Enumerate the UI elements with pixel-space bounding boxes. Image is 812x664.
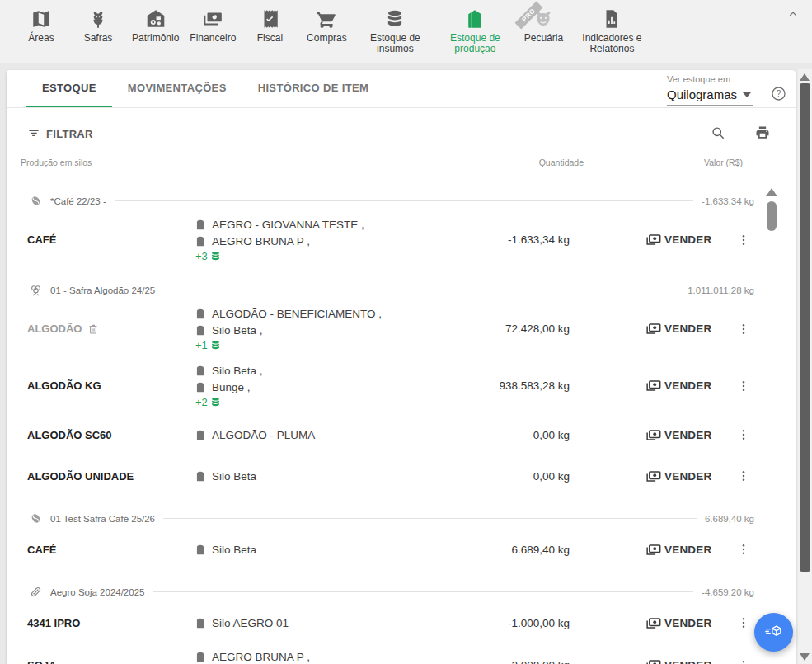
more-silos-badge[interactable]: +2 (195, 396, 438, 408)
help-button[interactable]: ? (770, 85, 787, 106)
nav-item-estoque-insumos[interactable]: Estoque de insumos (360, 7, 429, 54)
silo-name: ALGODÃO - PLUMA (212, 427, 315, 443)
silo-entry: Silo Beta (195, 469, 438, 484)
nav-item-label: Financeiro (190, 33, 236, 44)
silo-name: Silo AEGRO 01 (212, 615, 289, 631)
filter-button[interactable]: FILTRAR (26, 125, 93, 143)
vender-button-label: VENDER (664, 659, 711, 664)
group-divider (115, 200, 693, 201)
chevron-up-icon (786, 10, 800, 24)
silo-chip-icon (195, 651, 206, 663)
nav-item-label: Áreas (28, 33, 54, 44)
coffee-bean-icon (29, 511, 43, 525)
payments-icon (644, 615, 663, 632)
vender-button[interactable]: VENDER (644, 377, 723, 394)
vender-button[interactable]: VENDER (644, 468, 723, 485)
unit-select-label: Ver estoque em (667, 74, 753, 84)
nav-item-pecuaria[interactable]: PROPecuária (520, 7, 566, 44)
scroll-up-arrow-icon[interactable] (766, 188, 777, 196)
item-name: ALGODÃO UNIDADE (27, 470, 134, 483)
vender-button-label: VENDER (664, 323, 711, 335)
unit-select[interactable]: Ver estoque em Quilogramas (667, 74, 753, 106)
item-name: 4341 IPRO (27, 617, 80, 629)
payments-icon (644, 377, 663, 394)
item-name: ALGODÃO KG (27, 379, 101, 392)
stock-row: ALGODÃO SC60ALGODÃO - PLUMA0,00 kgVENDER (7, 414, 796, 455)
silo-entry: AEGRO BRUNA P , (195, 233, 438, 249)
payments-icon (644, 541, 663, 558)
vender-button-label: VENDER (664, 470, 711, 483)
page-scroll-down-icon[interactable] (800, 653, 810, 661)
search-button[interactable] (710, 125, 726, 144)
vender-button[interactable]: VENDER (644, 320, 723, 337)
group-divider (163, 290, 679, 290)
nav-item-financeiro[interactable]: Financeiro (190, 7, 236, 44)
group-total: 1.011.011,28 kg (688, 285, 754, 295)
silo-entry: Silo Beta , (195, 323, 438, 338)
item-name-cell: ALGODÃO (7, 323, 195, 335)
page-scrollbar (798, 69, 812, 664)
item-name: CAFÉ (27, 544, 56, 556)
column-header-value: Valor (R$) (704, 158, 743, 167)
payments-icon (644, 657, 663, 664)
stock-panel: ESTOQUEMOVIMENTAÇÕESHISTÓRICO DE ITEM Ve… (7, 70, 796, 664)
coins-icon (210, 251, 221, 261)
row-menu-button[interactable] (730, 469, 758, 483)
silo-entry: Silo Beta (195, 542, 438, 558)
list-scrollbar-thumb[interactable] (767, 201, 777, 231)
collapse-nav-button[interactable] (786, 7, 800, 25)
row-menu-button[interactable] (730, 427, 758, 442)
vender-button-label: VENDER (664, 617, 711, 629)
new-movement-fab[interactable] (754, 613, 793, 652)
silo-name: Silo Beta (212, 469, 256, 484)
item-name-cell: CAFÉ (7, 233, 195, 246)
silos-cell: AEGRO - GIOVANNA TESTE ,AEGRO BRUNA P ,+… (195, 217, 438, 262)
row-menu-button[interactable] (730, 322, 758, 337)
nav-item-patrimonio[interactable]: Patrimônio (132, 7, 179, 44)
nav-item-fiscal[interactable]: Fiscal (246, 7, 293, 44)
page-scrollbar-thumb[interactable] (800, 83, 810, 572)
list-scrollbar (766, 188, 777, 231)
row-menu-button[interactable] (730, 658, 758, 664)
item-name: SOJA (27, 659, 56, 664)
more-silos-badge[interactable]: +1 (195, 339, 438, 351)
row-menu-button[interactable] (730, 233, 758, 247)
vender-button[interactable]: VENDER (644, 615, 723, 632)
nav-item-label: Fiscal (257, 33, 283, 44)
nav-item-safras[interactable]: Safras (75, 7, 121, 44)
row-menu-button[interactable] (730, 379, 758, 393)
silos-cell: ALGODÃO - BENEFICIAMENTO ,Silo Beta ,+1 (195, 306, 438, 351)
nav-item-compras[interactable]: Compras (303, 7, 350, 44)
stock-row: 4341 IPROSilo AEGRO 01-1.000,00 kgVENDER (7, 602, 796, 643)
silos-cell: ALGODÃO - PLUMA (195, 427, 438, 443)
silo-name: AEGRO BRUNA P , (212, 233, 310, 249)
vender-button[interactable]: VENDER (644, 231, 723, 248)
tab-estoque[interactable]: ESTOQUE (26, 70, 112, 107)
print-button[interactable] (754, 125, 771, 144)
item-name: CAFÉ (27, 233, 56, 246)
silo-name: Bunge , (212, 379, 251, 395)
vender-button[interactable]: VENDER (644, 657, 723, 664)
silos-cell: AEGRO BRUNA P ,Vittória (excluído) (195, 649, 438, 664)
vender-button[interactable]: VENDER (644, 426, 723, 444)
stock-row: CAFÉAEGRO - GIOVANNA TESTE ,AEGRO BRUNA … (7, 211, 796, 268)
nav-item-areas[interactable]: Áreas (18, 7, 64, 44)
silos-cell: Silo AEGRO 01 (195, 615, 438, 631)
silo-entry: AEGRO - GIOVANNA TESTE , (195, 217, 438, 233)
filter-icon (26, 125, 41, 143)
group-title: 01 - Safra Algodão 24/25 (50, 285, 155, 295)
group-header: Aegro Soja 2024/2025-4.659,20 kg (29, 585, 754, 599)
row-menu-button[interactable] (730, 542, 758, 557)
page-scroll-up-icon[interactable] (800, 73, 810, 81)
kebab-icon (736, 658, 751, 664)
silos-cell: Silo Beta (195, 469, 438, 484)
vender-button[interactable]: VENDER (644, 541, 723, 558)
tab-historico[interactable]: HISTÓRICO DE ITEM (242, 70, 385, 107)
nav-item-indicadores[interactable]: Indicadores e Relatórios (577, 7, 646, 54)
tab-movimentacoes[interactable]: MOVIMENTAÇÕES (112, 70, 242, 107)
silo-entry: AEGRO BRUNA P , (195, 649, 438, 664)
nav-item-estoque-producao[interactable]: Estoque de produção (440, 7, 509, 54)
more-silos-badge[interactable]: +3 (195, 250, 438, 262)
row-menu-button[interactable] (730, 615, 758, 630)
silo-chip-icon (195, 235, 206, 247)
